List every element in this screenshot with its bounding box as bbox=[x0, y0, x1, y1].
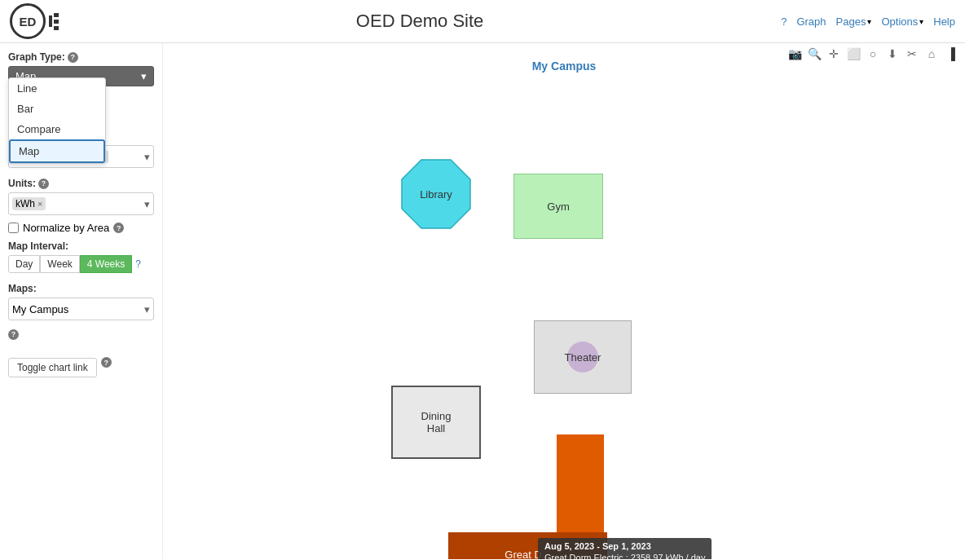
graph-type-label: Graph Type: ? bbox=[8, 51, 154, 63]
dropdown-item-line[interactable]: Line bbox=[9, 78, 105, 99]
camera-icon[interactable]: 📷 bbox=[787, 46, 802, 61]
zoom-in-icon[interactable]: 🔍 bbox=[807, 46, 822, 61]
meter-select-arrow[interactable]: ▾ bbox=[144, 151, 150, 163]
great-dorm-label: Great D... bbox=[505, 549, 550, 559]
units-section: Units: ? kWh × ▾ bbox=[8, 178, 154, 215]
graph-type-help-icon[interactable]: ? bbox=[68, 52, 78, 63]
help-question-icon[interactable]: ? bbox=[781, 15, 787, 28]
logo-icon bbox=[49, 13, 59, 30]
lasso-icon[interactable]: ○ bbox=[866, 46, 880, 61]
help-nav-link[interactable]: Help bbox=[933, 15, 955, 28]
graph-nav-link[interactable]: Graph bbox=[796, 15, 826, 28]
theater-building[interactable]: Theater bbox=[534, 320, 632, 394]
toggle-chart-row: Toggle chart link ? bbox=[8, 348, 154, 377]
crosshair-icon[interactable]: ✛ bbox=[826, 46, 841, 61]
site-title: OED Demo Site bbox=[59, 11, 781, 32]
download-icon[interactable]: ⬇ bbox=[885, 46, 900, 61]
maps-value: My Campus bbox=[12, 303, 68, 315]
graph-type-dropdown-menu: Line Bar Compare Map bbox=[8, 77, 106, 164]
normalize-label: Normalize by Area bbox=[23, 222, 109, 234]
toggle-chart-help-icon[interactable]: ? bbox=[101, 357, 112, 368]
options-nav-link[interactable]: Options bbox=[881, 15, 918, 28]
logo-circle: ED bbox=[10, 3, 46, 39]
units-tag: kWh × bbox=[12, 197, 46, 210]
pages-dropdown[interactable]: Pages ▾ bbox=[836, 15, 872, 28]
maps-label: Maps: bbox=[8, 283, 154, 294]
map-area: 📷 🔍 ✛ ⬜ ○ ⬇ ✂ ⌂ ▐ My Campus Library Gym … bbox=[163, 43, 965, 559]
top-nav: ED OED Demo Site ? Graph Pages ▾ Options… bbox=[0, 0, 965, 43]
dining-hall-building[interactable]: DiningHall bbox=[391, 386, 481, 459]
dropdown-item-compare[interactable]: Compare bbox=[9, 119, 105, 139]
interval-label: Map Interval: bbox=[8, 240, 154, 252]
dropdown-item-map[interactable]: Map bbox=[9, 139, 105, 163]
units-select-arrow[interactable]: ▾ bbox=[144, 198, 150, 210]
campus-label: My Campus bbox=[532, 60, 597, 73]
dining-hall-label: DiningHall bbox=[421, 410, 452, 434]
dropdown-caret-icon: ▾ bbox=[141, 70, 147, 82]
gym-label: Gym bbox=[547, 201, 569, 213]
great-dorm-wide-building[interactable]: Great D... bbox=[448, 532, 607, 559]
pages-caret: ▾ bbox=[867, 17, 871, 26]
interval-group: Day Week 4 Weeks ? bbox=[8, 255, 154, 273]
logo-bar-1 bbox=[49, 15, 52, 27]
home-icon[interactable]: ⌂ bbox=[924, 46, 939, 61]
extra-help: ? bbox=[8, 327, 154, 340]
normalize-help-icon[interactable]: ? bbox=[113, 223, 124, 233]
theater-label: Theater bbox=[565, 351, 601, 364]
extra-help-icon[interactable]: ? bbox=[8, 329, 19, 340]
sidebar: Graph Type: ? Map ▾ Line Bar Compare Map… bbox=[0, 43, 163, 559]
normalize-checkbox[interactable] bbox=[8, 223, 19, 233]
dropdown-item-bar[interactable]: Bar bbox=[9, 99, 105, 119]
toggle-chart-button[interactable]: Toggle chart link bbox=[8, 358, 97, 377]
maps-select-arrow[interactable]: ▾ bbox=[144, 303, 150, 315]
bar-chart-icon[interactable]: ▐ bbox=[944, 46, 958, 61]
gym-building[interactable]: Gym bbox=[513, 174, 603, 239]
options-dropdown[interactable]: Options ▾ bbox=[881, 15, 923, 28]
options-caret: ▾ bbox=[919, 17, 923, 26]
pages-nav-link[interactable]: Pages bbox=[836, 15, 866, 28]
units-tag-remove[interactable]: × bbox=[37, 199, 42, 209]
main-layout: Graph Type: ? Map ▾ Line Bar Compare Map… bbox=[0, 43, 965, 559]
logo: ED bbox=[10, 3, 59, 39]
normalize-row: Normalize by Area ? bbox=[8, 222, 154, 234]
interval-week-button[interactable]: Week bbox=[40, 255, 79, 273]
units-label: Units: ? bbox=[8, 178, 154, 189]
interval-4weeks-button[interactable]: 4 Weeks bbox=[80, 255, 132, 273]
units-help-icon[interactable]: ? bbox=[38, 179, 49, 189]
interval-help-icon[interactable]: ? bbox=[135, 258, 141, 270]
maps-select[interactable]: My Campus ▾ bbox=[8, 298, 154, 320]
interval-day-button[interactable]: Day bbox=[8, 255, 40, 273]
library-building[interactable]: Library bbox=[399, 157, 473, 231]
scissors-icon[interactable]: ✂ bbox=[905, 46, 919, 61]
library-label: Library bbox=[420, 188, 452, 201]
maps-section: Maps: My Campus ▾ bbox=[8, 283, 154, 320]
square-icon[interactable]: ⬜ bbox=[846, 46, 861, 61]
interval-btn-group: Day Week 4 Weeks bbox=[8, 255, 132, 273]
units-select[interactable]: kWh × ▾ bbox=[8, 192, 154, 215]
nav-links: ? Graph Pages ▾ Options ▾ Help bbox=[781, 15, 955, 28]
map-toolbar: 📷 🔍 ✛ ⬜ ○ ⬇ ✂ ⌂ ▐ bbox=[781, 43, 965, 64]
